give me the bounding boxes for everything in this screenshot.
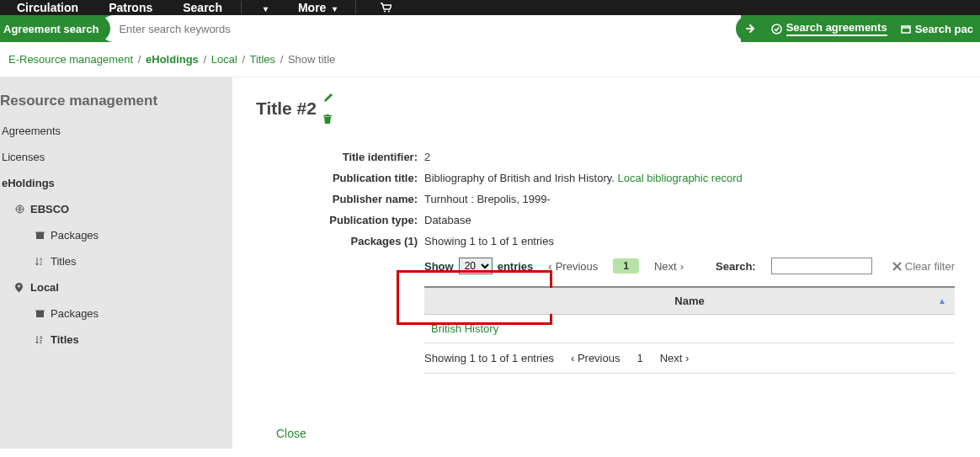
- package-icon: [901, 24, 911, 34]
- packages-table-wrap: Name ▲ British History: [424, 286, 955, 343]
- main-layout: Resource management Agreements Licenses …: [0, 77, 980, 449]
- search-input[interactable]: [119, 23, 740, 35]
- check-circle-icon: [771, 24, 782, 35]
- prev-page-button[interactable]: ‹ Previous: [548, 260, 598, 273]
- svg-rect-11: [36, 311, 45, 312]
- svg-rect-3: [902, 26, 910, 33]
- top-nav: Circulation Patrons Search ▾ More ▾: [0, 0, 980, 15]
- sidebar-item-agreements[interactable]: Agreements: [0, 118, 232, 144]
- breadcrumb: E-Resource management / eHoldings / Loca…: [0, 42, 980, 77]
- breadcrumb-titles[interactable]: Titles: [249, 53, 275, 66]
- sidebar-item-local[interactable]: Local: [0, 274, 232, 300]
- sidebar-item-local-packages[interactable]: Packages: [0, 300, 232, 327]
- breadcrumb-local[interactable]: Local: [211, 53, 237, 66]
- sidebar-item-ebsco-packages[interactable]: Packages: [0, 222, 232, 248]
- sidebar-item-ebsco[interactable]: EBSCO: [0, 196, 232, 222]
- search-label: Search:: [716, 260, 756, 273]
- field-identifier: Title identifier: 2: [290, 146, 955, 167]
- svg-rect-5: [36, 233, 44, 239]
- svg-point-2: [772, 24, 781, 34]
- svg-point-1: [388, 11, 390, 13]
- nav-circulation[interactable]: Circulation: [2, 1, 93, 14]
- svg-point-0: [384, 11, 386, 13]
- search-option-packages[interactable]: Search pac: [901, 23, 973, 35]
- table-controls-top: Show 20 entries ‹ Previous 1 Next › Sear…: [424, 247, 955, 281]
- sidebar-heading: Resource management: [0, 93, 232, 118]
- sidebar: Resource management Agreements Licenses …: [0, 77, 232, 449]
- search-input-wrap: [100, 15, 740, 42]
- local-bib-record-link[interactable]: Local bibliographic record: [618, 172, 743, 184]
- sidebar-item-local-titles[interactable]: AZ Titles: [0, 327, 232, 353]
- sort-asc-icon: ▲: [938, 296, 946, 306]
- table-row: British History: [424, 315, 955, 343]
- breadcrumb-eholdings[interactable]: eHoldings: [146, 53, 199, 66]
- next-page-button[interactable]: Next ›: [654, 260, 684, 273]
- search-options: Search agreements Search pac: [764, 15, 980, 42]
- nav-patrons[interactable]: Patrons: [93, 1, 168, 14]
- field-packages: Packages (1) Showing 1 to 1 of 1 entries…: [290, 231, 955, 378]
- current-page[interactable]: 1: [613, 258, 639, 274]
- col-name[interactable]: Name ▲: [424, 287, 955, 315]
- svg-text:Z: Z: [40, 339, 42, 344]
- table-search-input[interactable]: [771, 258, 872, 274]
- breadcrumb-root[interactable]: E-Resource management: [8, 53, 133, 66]
- sort-alpha-icon: AZ: [35, 335, 45, 344]
- page-title: Title #2: [256, 93, 972, 125]
- search-option-agreements[interactable]: Search agreements: [771, 21, 887, 36]
- edit-icon[interactable]: [323, 93, 333, 103]
- nav-separator: [241, 1, 242, 14]
- field-publication-type: Publication type: Database: [290, 210, 955, 231]
- map-pin-icon: [15, 283, 25, 293]
- delete-icon[interactable]: [323, 114, 333, 125]
- search-mode-label: Agreement search: [0, 15, 110, 42]
- svg-text:Z: Z: [40, 261, 42, 266]
- close-icon: [892, 262, 902, 271]
- field-publisher: Publisher name: Turnhout : Brepolis, 199…: [290, 189, 955, 210]
- breadcrumb-current: Show title: [288, 53, 335, 66]
- nav-more[interactable]: More ▾: [283, 1, 352, 14]
- globe-icon: [15, 205, 25, 214]
- archive-icon: [35, 309, 45, 318]
- nav-caret-dropdown[interactable]: ▾: [245, 1, 283, 14]
- svg-rect-6: [36, 232, 45, 234]
- table-controls-bottom: Showing 1 to 1 of 1 entries ‹ Previous 1…: [424, 343, 955, 374]
- entries-info-bottom: Showing 1 to 1 of 1 entries: [424, 352, 554, 364]
- packages-table: Name ▲ British History: [424, 286, 955, 343]
- search-submit-button[interactable]: [736, 15, 764, 42]
- archive-icon: [35, 231, 45, 240]
- next-page-button-bottom[interactable]: Next ›: [660, 352, 690, 364]
- search-bar: Agreement search Search agreements Searc…: [0, 15, 980, 42]
- clear-filter-button[interactable]: Clear filter: [892, 260, 955, 273]
- entries-select[interactable]: 20: [459, 258, 493, 274]
- main-content: Title #2 Title identifier: 2 Publication…: [232, 77, 980, 449]
- current-page-bottom[interactable]: 1: [636, 352, 642, 364]
- sort-alpha-icon: AZ: [35, 257, 45, 266]
- package-link[interactable]: British History: [431, 322, 498, 335]
- svg-point-9: [18, 284, 20, 287]
- sidebar-item-ebsco-titles[interactable]: AZ Titles: [0, 248, 232, 274]
- detail-card: Title identifier: 2 Publication title: B…: [256, 135, 972, 412]
- svg-rect-10: [36, 311, 44, 317]
- sidebar-item-licenses[interactable]: Licenses: [0, 144, 232, 170]
- prev-page-button-bottom[interactable]: ‹ Previous: [571, 352, 620, 364]
- field-publication-title: Publication title: Bibliography of Briti…: [290, 167, 955, 189]
- nav-search[interactable]: Search: [168, 1, 237, 14]
- sidebar-item-eholdings[interactable]: eHoldings: [0, 170, 232, 196]
- cart-icon[interactable]: [365, 3, 407, 13]
- close-link[interactable]: Close: [256, 412, 306, 440]
- nav-separator-2: [355, 1, 356, 14]
- entries-info-top: Showing 1 to 1 of 1 entries: [424, 235, 955, 247]
